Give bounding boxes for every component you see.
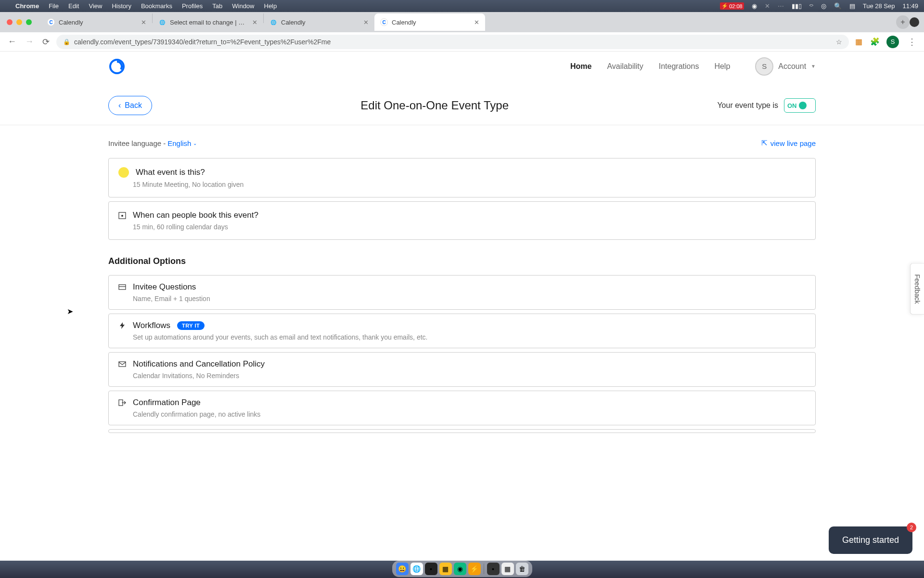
dock-trash[interactable]: 🗑	[516, 563, 528, 575]
desktop-background: 😀 🌐 ▪ ▦ ◉ ⚡ ▪ ▦ 🗑	[0, 561, 924, 578]
dock-app[interactable]: ⚡	[468, 563, 481, 575]
extensions-menu-icon[interactable]: 🧩	[870, 37, 880, 47]
browser-tab-active[interactable]: C Calendly ✕	[374, 13, 485, 31]
menu-history[interactable]: History	[112, 2, 131, 10]
extension-icon[interactable]: ▦	[854, 37, 863, 47]
maximize-window-button[interactable]	[26, 19, 32, 25]
svg-rect-3	[119, 285, 126, 289]
battery-icon[interactable]: ▮▮▯	[792, 2, 802, 10]
browser-tab[interactable]: 🌐 Calendly ✕	[264, 13, 374, 31]
new-tab-button[interactable]: +	[896, 15, 910, 29]
nav-integrations[interactable]: Integrations	[659, 62, 699, 71]
tab-title: Calendly	[59, 19, 137, 26]
star-icon[interactable]: ☆	[836, 38, 842, 46]
page-title: Edit One-on-One Event Type	[152, 99, 717, 112]
menu-bookmarks[interactable]: Bookmarks	[141, 2, 172, 10]
tab-close-button[interactable]: ✕	[363, 19, 369, 26]
card-when-book[interactable]: When can people book this event? 15 min,…	[108, 201, 816, 240]
menu-edit[interactable]: Edit	[68, 2, 79, 10]
chrome-menu-button[interactable]: ⋮	[906, 35, 918, 49]
tab-close-button[interactable]: ✕	[474, 19, 479, 26]
dock-app[interactable]: ▦	[501, 563, 514, 575]
view-live-link[interactable]: ⇱ view live page	[761, 139, 816, 147]
app-header: Home Availability Integrations Help S Ac…	[0, 52, 924, 81]
nav-help[interactable]: Help	[714, 62, 730, 71]
page-content: ➤ Home Availability Integrations Help S …	[0, 52, 924, 561]
dock-terminal[interactable]: ▪	[425, 563, 437, 575]
nav-home[interactable]: Home	[570, 62, 591, 71]
status-icon[interactable]: ✕	[765, 2, 770, 10]
close-window-button[interactable]	[7, 19, 13, 25]
menu-file[interactable]: File	[49, 2, 59, 10]
calendly-logo[interactable]	[108, 58, 126, 75]
time-display[interactable]: 11:49	[902, 2, 918, 10]
card-subtitle: Set up automations around your events, s…	[133, 333, 806, 341]
tab-close-button[interactable]: ✕	[252, 19, 257, 26]
card-what-event[interactable]: What event is this? 15 Minute Meeting, N…	[108, 158, 816, 197]
menu-profiles[interactable]: Profiles	[182, 2, 203, 10]
card-workflows[interactable]: Workflows TRY IT Set up automations arou…	[108, 314, 816, 348]
browser-tab[interactable]: 🌐 Select email to change | Djang ✕	[153, 13, 263, 31]
macos-menubar: Chrome File Edit View History Bookmarks …	[0, 0, 924, 12]
menu-help[interactable]: Help	[264, 2, 277, 10]
forward-button[interactable]: →	[23, 35, 36, 49]
dock-app[interactable]: ▦	[439, 563, 452, 575]
dock-finder[interactable]: 😀	[396, 563, 409, 575]
account-avatar: S	[755, 57, 773, 76]
profile-switcher[interactable]	[910, 17, 919, 27]
control-center-icon[interactable]: ◎	[821, 2, 826, 10]
back-button[interactable]: ←	[6, 35, 18, 49]
status-icon[interactable]: ⋯	[778, 2, 784, 10]
reload-button[interactable]: ⟳	[40, 35, 51, 49]
wifi-icon[interactable]: ⌔	[809, 2, 813, 10]
menu-view[interactable]: View	[89, 2, 102, 10]
card-partial[interactable]	[108, 429, 816, 433]
card-confirmation-page[interactable]: Confirmation Page Calendly confirmation …	[108, 391, 816, 425]
card-subtitle: 15 Minute Meeting, No location given	[133, 181, 806, 188]
card-subtitle: 15 min, 60 rolling calendar days	[133, 223, 806, 231]
profile-avatar[interactable]: S	[886, 36, 899, 48]
feedback-tab[interactable]: Feedback	[910, 263, 924, 315]
siri-icon[interactable]: ▤	[849, 2, 855, 10]
dock-chrome[interactable]: 🌐	[411, 563, 423, 575]
tab-close-button[interactable]: ✕	[141, 19, 146, 26]
account-menu[interactable]: S Account ▼	[755, 57, 816, 76]
getting-started-button[interactable]: Getting started 2	[829, 526, 912, 554]
dock-app[interactable]: ▪	[487, 563, 500, 575]
address-bar[interactable]: 🔒 calendly.com/event_types/73919340/edit…	[56, 35, 849, 49]
nav-availability[interactable]: Availability	[607, 62, 643, 71]
event-toggle-area: Your event type is ON	[717, 98, 816, 113]
page-subheader: ‹ Back Edit One-on-One Event Type Your e…	[0, 81, 924, 125]
language-row: Invitee language - English ⌄ ⇱ view live…	[108, 139, 816, 147]
card-invitee-questions[interactable]: Invitee Questions Name, Email + 1 questi…	[108, 275, 816, 310]
url-text: calendly.com/event_types/73919340/edit?r…	[74, 38, 331, 46]
card-title: Workflows	[133, 321, 170, 330]
top-navigation: Home Availability Integrations Help S Ac…	[570, 57, 816, 76]
chevron-left-icon: ‹	[118, 101, 121, 110]
back-button[interactable]: ‹ Back	[108, 96, 152, 115]
card-subtitle: Name, Email + 1 question	[133, 295, 806, 302]
date-display[interactable]: Tue 28 Sep	[863, 2, 895, 10]
external-link-icon: ⇱	[761, 139, 768, 147]
card-notifications[interactable]: Notifications and Cancellation Policy Ca…	[108, 352, 816, 387]
toggle-label: ON	[787, 102, 797, 109]
menu-tab[interactable]: Tab	[212, 2, 222, 10]
dock-app[interactable]: ◉	[454, 563, 466, 575]
browser-tab[interactable]: C Calendly ✕	[41, 13, 152, 31]
battery-indicator[interactable]: ⚡02:08	[720, 2, 744, 10]
event-on-toggle[interactable]: ON	[784, 98, 816, 113]
toggle-knob	[799, 102, 807, 109]
calendar-icon	[118, 211, 126, 219]
language-selector[interactable]: English ⌄	[167, 139, 197, 147]
spotlight-icon[interactable]: 🔍	[834, 2, 842, 10]
event-color-dot	[118, 167, 129, 178]
exit-icon	[118, 399, 126, 407]
view-live-label: view live page	[770, 139, 816, 147]
app-menu[interactable]: Chrome	[15, 2, 39, 10]
menu-window[interactable]: Window	[232, 2, 254, 10]
status-icon[interactable]: ◉	[752, 2, 757, 10]
tab-title: Calendly	[281, 19, 359, 26]
macos-dock: 😀 🌐 ▪ ▦ ◉ ⚡ ▪ ▦ 🗑	[392, 561, 532, 577]
minimize-window-button[interactable]	[16, 19, 22, 25]
lock-icon: 🔒	[63, 39, 70, 45]
